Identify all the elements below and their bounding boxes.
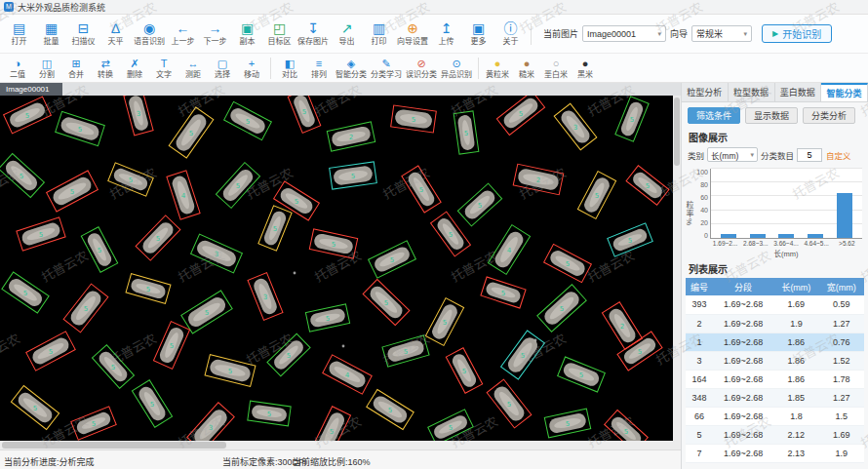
toolbar-button-misclass-correction[interactable]: ⊘误识分类 — [404, 55, 439, 81]
grain-box[interactable]: 5 — [312, 407, 350, 441]
grain-box[interactable]: 5 — [169, 107, 214, 158]
toolbar-button-chalky-rice[interactable]: ○垩白米 — [541, 55, 571, 81]
toolbar-button-measure[interactable]: ↔测距 — [178, 55, 208, 81]
table-row[interactable]: 11.69~2.681.860.76 — [686, 332, 864, 351]
grain-box[interactable]: 5 — [81, 227, 117, 272]
grain-box[interactable]: 5 — [309, 229, 357, 258]
table-row[interactable]: 3481.69~2.681.851.27 — [686, 388, 864, 407]
toolbar-button-brown-rice[interactable]: ●糙米 — [512, 55, 541, 81]
grain-box[interactable]: 5 — [615, 97, 649, 141]
custom-link[interactable]: 自定义 — [826, 149, 851, 161]
current-image-select[interactable]: Image00001 ▾ — [582, 25, 666, 42]
grain-box[interactable]: 3 — [554, 103, 597, 150]
toolbar-button-delete[interactable]: ✗删除 — [120, 55, 149, 81]
toolbar-button-move[interactable]: +移动 — [237, 55, 266, 81]
grain-box[interactable]: 5 — [501, 331, 545, 379]
toolbar-button-more[interactable]: ▣更多 — [462, 16, 494, 53]
grain-box[interactable]: 5 — [626, 166, 669, 205]
class-count-input[interactable] — [797, 148, 822, 162]
toolbar-button-text[interactable]: T文字 — [149, 55, 178, 81]
toolbar-button-smart-classify[interactable]: ◈智能分类 — [334, 55, 369, 81]
category-select[interactable]: 长(mm) ▾ — [707, 147, 758, 162]
toolbar-button-binarize[interactable]: ◑二值 — [3, 55, 32, 81]
rice-image-canvas[interactable]: 5535552555355554555552555553555545555553… — [0, 96, 673, 441]
toolbar-button-compare[interactable]: ◧对比 — [275, 55, 304, 81]
grain-box[interactable]: 3 — [124, 96, 153, 136]
toolbar-button-classify-learning[interactable]: ✎分类学习 — [369, 55, 404, 81]
grain-box[interactable]: 5 — [288, 96, 321, 133]
grain-box[interactable]: 5 — [367, 389, 414, 429]
grain-box[interactable]: 5 — [0, 153, 44, 197]
toolbar-button-about[interactable]: ⓘ关于 — [494, 16, 527, 53]
toolbar-button-save-image[interactable]: ↧保存图片 — [296, 16, 331, 53]
wizard-select[interactable]: 常规米 ▾ — [691, 25, 752, 42]
toolbar-button-arrange[interactable]: ≡排列 — [304, 55, 334, 81]
toolbar-button-voice[interactable]: ◉语音识别 — [132, 16, 167, 53]
grain-box[interactable]: 5 — [391, 105, 437, 133]
toolbar-button-convert[interactable]: ⇄转换 — [91, 55, 120, 81]
toolbar-button-upload[interactable]: ↥上传 — [430, 16, 462, 53]
start-recognition-button[interactable]: ▶ 开始识别 — [762, 24, 832, 43]
grain-box[interactable]: 5 — [181, 291, 232, 333]
grain-box[interactable]: 5 — [4, 97, 52, 134]
grain-box[interactable]: 5 — [47, 171, 99, 212]
display-data-button[interactable]: 显示数据 — [745, 107, 798, 124]
toolbar-button-select[interactable]: ▢选择 — [208, 55, 237, 81]
table-row[interactable]: 661.69~2.681.81.5 — [686, 407, 864, 425]
grain-box[interactable]: 3 — [187, 403, 234, 441]
grain-box[interactable]: 5 — [544, 244, 592, 282]
grain-box[interactable]: 5 — [481, 277, 526, 308]
grain-box[interactable]: 5 — [93, 345, 135, 389]
horizontal-scrollbar[interactable] — [0, 441, 681, 449]
table-row[interactable]: 21.69~2.681.91.27 — [686, 314, 864, 332]
grain-box[interactable]: 2 — [327, 122, 375, 151]
grain-box[interactable]: 4 — [488, 225, 530, 275]
grain-box[interactable]: 5 — [224, 101, 272, 139]
toolbar-button-duplicate[interactable]: ▣副本 — [231, 16, 263, 53]
toolbar-button-scanner[interactable]: ⊟扫描仪 — [67, 16, 99, 53]
grain-box[interactable]: 5 — [2, 272, 49, 313]
grain-box[interactable]: 5 — [608, 223, 652, 256]
grain-box[interactable]: 5 — [126, 274, 171, 304]
toolbar-button-batch[interactable]: ▦批量 — [35, 16, 67, 53]
grain-box[interactable]: 5 — [56, 111, 105, 145]
grain-box[interactable]: 5 — [544, 409, 590, 438]
tab-smart-classify[interactable]: 智能分类 — [821, 83, 868, 101]
grain-box[interactable]: 5 — [369, 241, 416, 278]
toolbar-button-wizard-settings[interactable]: ⊕向导设置 — [395, 16, 430, 53]
grain-box[interactable]: 3 — [248, 273, 283, 321]
vertical-scrollbar-thumb[interactable] — [674, 98, 680, 166]
tab-grain-shape-data[interactable]: 粒型数据 — [729, 83, 775, 101]
toolbar-button-balance[interactable]: ∆天平 — [99, 16, 132, 53]
grain-box[interactable]: 5 — [71, 407, 116, 440]
grain-box[interactable]: 5 — [216, 163, 259, 209]
grain-box[interactable]: 5 — [537, 285, 586, 332]
grain-box[interactable]: 5 — [425, 298, 463, 346]
tab-grain-shape-analysis[interactable]: 粒型分析 — [682, 83, 729, 101]
grain-box[interactable]: 3 — [191, 234, 243, 273]
grain-box[interactable]: 5 — [26, 332, 75, 371]
grain-box[interactable]: 5 — [457, 183, 501, 226]
grain-box[interactable]: 5 — [267, 333, 310, 376]
toolbar-button-foreign-detection[interactable]: ⊙异品识别 — [439, 55, 474, 81]
grain-box[interactable]: 5 — [11, 386, 59, 430]
grain-box[interactable]: 5 — [428, 410, 474, 441]
toolbar-button-black-rice[interactable]: ●黑米 — [571, 55, 600, 81]
grain-box[interactable]: 5 — [248, 401, 291, 426]
grain-box[interactable]: 5 — [132, 380, 172, 427]
classify-analysis-button[interactable]: 分类分析 — [803, 107, 855, 124]
image-tab[interactable]: Image00001 — [0, 83, 62, 96]
grain-box[interactable]: 5 — [454, 111, 479, 154]
table-row[interactable]: 71.69~2.682.131.9 — [686, 444, 864, 462]
grain-box[interactable]: 5 — [487, 379, 532, 428]
grain-box[interactable]: 5 — [558, 357, 606, 392]
table-row[interactable]: 31.69~2.681.861.52 — [686, 351, 864, 370]
grain-box[interactable]: 4 — [167, 171, 200, 219]
grain-box[interactable]: 5 — [153, 322, 189, 370]
table-row[interactable]: 51.69~2.682.121.69 — [686, 425, 864, 444]
toolbar-button-open[interactable]: ▤打开 — [3, 16, 35, 53]
grain-box[interactable]: 5 — [305, 304, 349, 332]
toolbar-button-print[interactable]: ▥打印 — [363, 16, 395, 53]
toolbar-button-prev-step[interactable]: ←上一步 — [167, 16, 199, 53]
toolbar-button-merge[interactable]: ⊞合并 — [61, 55, 91, 81]
